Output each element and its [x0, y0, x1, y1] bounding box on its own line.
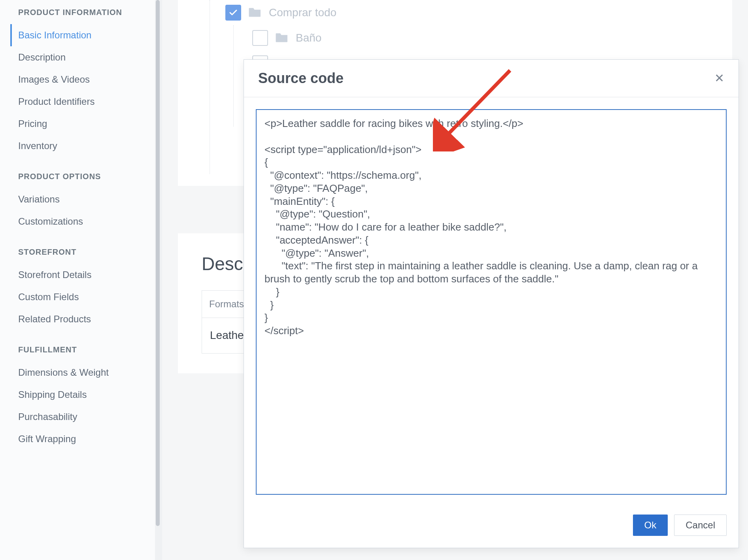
toolbar-formats-menu[interactable]: Formats	[209, 299, 244, 310]
sidebar-scrollbar[interactable]	[155, 0, 162, 560]
sidebar-item-custom-fields[interactable]: Custom Fields	[18, 286, 155, 308]
cancel-button[interactable]: Cancel	[674, 515, 727, 536]
sidebar-group-title: FULFILLMENT	[18, 345, 155, 354]
sidebar-item-product-identifiers[interactable]: Product Identifiers	[18, 91, 155, 113]
sidebar-item-gift-wrapping[interactable]: Gift Wrapping	[18, 428, 155, 450]
tree-row: Comprar todo	[225, 0, 732, 25]
sidebar-group-title: STOREFRONT	[18, 248, 155, 257]
tree-item-label[interactable]: Baño	[296, 32, 321, 44]
folder-icon	[275, 32, 289, 44]
sidebar-item-pricing[interactable]: Pricing	[18, 113, 155, 135]
modal-footer: Ok Cancel	[244, 507, 739, 548]
sidebar-group-title: PRODUCT OPTIONS	[18, 172, 155, 181]
sidebar-item-shipping-details[interactable]: Shipping Details	[18, 384, 155, 406]
modal-title: Source code	[258, 70, 344, 87]
sidebar-item-inventory[interactable]: Inventory	[18, 135, 155, 157]
source-code-modal: Source code ✕ Ok Cancel	[244, 59, 739, 548]
sidebar-item-description[interactable]: Description	[18, 46, 155, 68]
sidebar-group-title: PRODUCT INFORMATION	[18, 8, 155, 17]
source-code-textarea[interactable]	[256, 109, 727, 495]
sidebar-item-customizations[interactable]: Customizations	[18, 210, 155, 233]
tree-item-label[interactable]: Comprar todo	[269, 6, 336, 19]
folder-icon	[248, 6, 262, 19]
tree-row: Baño	[252, 25, 732, 51]
sidebar-item-variations[interactable]: Variations	[18, 188, 155, 210]
ok-button[interactable]: Ok	[633, 515, 668, 536]
modal-header: Source code ✕	[244, 60, 739, 97]
checkbox-checked[interactable]	[225, 5, 241, 21]
sidebar-item-basic-information[interactable]: Basic Information	[10, 24, 155, 46]
sidebar-item-storefront-details[interactable]: Storefront Details	[18, 264, 155, 286]
modal-body	[244, 97, 739, 507]
sidebar-item-dimensions-weight[interactable]: Dimensions & Weight	[18, 361, 155, 384]
sidebar-item-purchasability[interactable]: Purchasability	[18, 406, 155, 428]
close-icon[interactable]: ✕	[714, 72, 724, 84]
sidebar-item-images-videos[interactable]: Images & Videos	[18, 68, 155, 91]
sidebar-item-related-products[interactable]: Related Products	[18, 308, 155, 330]
checkbox[interactable]	[252, 30, 268, 46]
scrollbar-thumb[interactable]	[156, 0, 160, 526]
sidebar: PRODUCT INFORMATION Basic Information De…	[0, 0, 155, 560]
